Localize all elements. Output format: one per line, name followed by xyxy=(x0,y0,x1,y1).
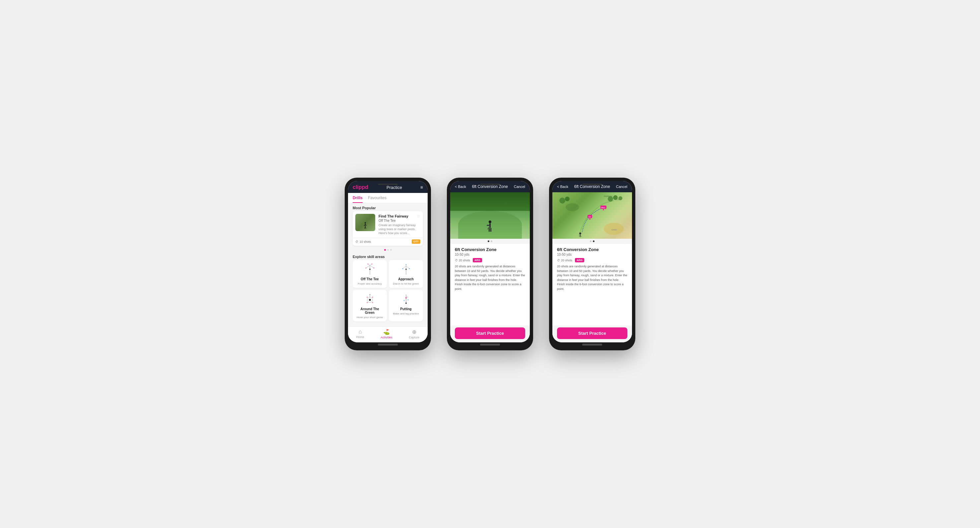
drill-favourite-icon-3[interactable]: ☆ xyxy=(623,244,627,245)
card-favourite-icon[interactable]: ☆ xyxy=(417,214,420,219)
skill-around-green[interactable]: Around The Green Hone your short game xyxy=(353,290,387,321)
tabs-bar: Drills Favourites xyxy=(348,193,428,203)
skill-putting[interactable]: Putting Make and lag practice xyxy=(389,290,423,321)
svg-text:Miss: Miss xyxy=(601,207,605,209)
scene: clippd Practice ≡ Drills Favourites Most… xyxy=(331,164,649,364)
most-popular-label: Most Popular xyxy=(348,203,428,211)
drill-description-3: 20 shots are randomly generated at dista… xyxy=(557,264,627,291)
phone-3-screen: < Back 6ft Conversion Zone Cancel SAND xyxy=(552,181,632,342)
approach-desc: Dial-in to hit the green xyxy=(393,282,419,285)
home-bar-1 xyxy=(378,344,398,345)
svg-point-24 xyxy=(406,264,406,265)
svg-point-52 xyxy=(566,203,579,211)
start-practice-button-2[interactable]: Start Practice xyxy=(455,327,525,339)
dot-3 xyxy=(390,249,392,251)
drill-range-3: 10-50 yds xyxy=(557,253,599,256)
nav-activities[interactable]: ⛳ Activities xyxy=(380,329,393,339)
activities-icon: ⛳ xyxy=(383,329,390,335)
phone-1: clippd Practice ≡ Drills Favourites Most… xyxy=(345,178,431,350)
skill-off-the-tee[interactable]: Off The Tee Power and accuracy xyxy=(353,260,387,288)
ott-badge: OTT xyxy=(412,239,420,244)
drill-title-3: 6ft Conversion Zone xyxy=(557,247,599,252)
nav-home[interactable]: ⌂ Home xyxy=(356,329,364,339)
card-info: Find The Fairway Off The Tee ☆ Create an… xyxy=(379,214,420,235)
ott-name: Off The Tee xyxy=(361,277,379,281)
tab-drills[interactable]: Drills xyxy=(353,196,363,203)
detail-dot-1 xyxy=(488,241,489,242)
svg-point-36 xyxy=(403,300,404,301)
putting-name: Putting xyxy=(400,307,411,311)
svg-line-8 xyxy=(366,265,370,268)
detail-dot-2 xyxy=(491,241,492,242)
svg-point-15 xyxy=(371,264,372,265)
shots-info-3: ⏱ 20 shots xyxy=(557,259,572,262)
svg-line-20 xyxy=(406,266,409,269)
start-practice-button-3[interactable]: Start Practice xyxy=(557,327,627,339)
featured-drill-card[interactable]: Find The Fairway Off The Tee ☆ Create an… xyxy=(353,211,423,246)
phone-2-screen: < Back 6ft Conversion Zone Cancel xyxy=(450,181,530,342)
svg-point-51 xyxy=(565,196,570,201)
svg-point-13 xyxy=(373,268,374,269)
svg-rect-42 xyxy=(489,228,490,232)
detail-meta-3: ⏱ 20 shots ARG xyxy=(557,258,627,262)
arg-badge-2: ARG xyxy=(473,258,482,262)
detail-dot-3b xyxy=(593,241,595,242)
header-title: Practice xyxy=(387,185,402,190)
svg-point-23 xyxy=(409,268,410,269)
arg-badge-3: ARG xyxy=(575,258,584,262)
cancel-button-2[interactable]: Cancel xyxy=(514,185,525,188)
activities-label: Activities xyxy=(380,336,393,339)
drill-map-3: SAND xyxy=(552,192,632,239)
card-description: Create an imaginary fairway using trees … xyxy=(379,223,420,235)
phone-2: < Back 6ft Conversion Zone Cancel xyxy=(447,178,533,350)
tab-favourites[interactable]: Favourites xyxy=(368,196,387,203)
arg-name: Around The Green xyxy=(355,307,384,314)
detail-title-3: 6ft Conversion Zone xyxy=(574,184,610,189)
dot-1 xyxy=(384,249,386,251)
approach-icon xyxy=(398,263,414,276)
svg-marker-58 xyxy=(589,218,591,220)
clock-icon-2: ⏱ xyxy=(455,259,458,262)
back-button-2[interactable]: < Back xyxy=(455,185,466,188)
drill-image-2 xyxy=(450,192,530,239)
phone2-header: < Back 6ft Conversion Zone Cancel xyxy=(450,181,530,192)
svg-point-33 xyxy=(369,294,370,295)
svg-marker-55 xyxy=(603,209,605,210)
putting-icon xyxy=(398,293,414,306)
drill-range-2: 10-50 yds xyxy=(455,253,496,256)
golf-photo xyxy=(450,192,530,239)
home-label: Home xyxy=(356,335,364,339)
home-bar-3 xyxy=(582,344,602,345)
svg-point-37 xyxy=(407,300,408,300)
approach-name: Approach xyxy=(398,277,414,281)
svg-point-29 xyxy=(372,297,373,298)
card-footer: ⏱ 10 shots OTT xyxy=(353,238,423,246)
photo-trees xyxy=(450,192,530,211)
phone1-header: clippd Practice ≡ xyxy=(348,181,428,193)
svg-text:SAND: SAND xyxy=(611,229,617,231)
carousel-dots xyxy=(348,248,428,252)
phone2-body: 6ft Conversion Zone 10-50 yds ☆ ⏱ 20 sho… xyxy=(450,192,530,342)
svg-point-39 xyxy=(489,220,491,223)
svg-line-9 xyxy=(370,265,374,268)
golf-map: SAND xyxy=(552,192,632,239)
nav-capture[interactable]: ⊕ Capture xyxy=(409,329,419,339)
phone1-body: Most Popular xyxy=(348,203,428,326)
home-bar-2 xyxy=(480,344,500,345)
back-button-3[interactable]: < Back xyxy=(557,185,568,188)
svg-text:ROUGH: ROUGH xyxy=(615,199,621,201)
detail-dots-3 xyxy=(552,239,632,244)
skill-approach[interactable]: Approach Dial-in to hit the green xyxy=(389,260,423,288)
menu-icon[interactable]: ≡ xyxy=(420,185,423,190)
svg-point-28 xyxy=(367,297,368,298)
svg-point-22 xyxy=(402,268,403,269)
drill-favourite-icon-2[interactable]: ☆ xyxy=(521,244,525,245)
shots-info-2: ⏱ 20 shots xyxy=(455,259,470,262)
phone3-body: SAND xyxy=(552,192,632,342)
ott-desc: Power and accuracy xyxy=(358,282,382,285)
card-subtitle: Off The Tee xyxy=(379,219,408,222)
svg-point-30 xyxy=(367,302,368,303)
svg-point-50 xyxy=(559,198,565,204)
cancel-button-3[interactable]: Cancel xyxy=(616,185,627,188)
bottom-nav: ⌂ Home ⛳ Activities ⊕ Capture xyxy=(348,326,428,342)
